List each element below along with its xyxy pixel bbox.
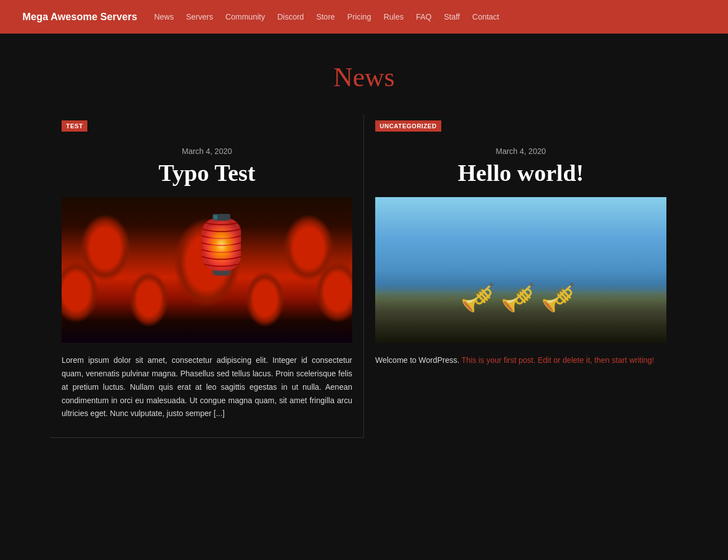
post-image-2[interactable] xyxy=(375,197,666,343)
post-card-1: TEST March 4, 2020 Typo Test Lorem ipsum… xyxy=(50,115,364,438)
post-card-2: UNCATEGORIZED March 4, 2020 Hello world!… xyxy=(364,115,678,438)
nav-item-discord[interactable]: Discord xyxy=(277,12,304,21)
nav-item-pricing[interactable]: Pricing xyxy=(347,12,371,21)
nav-item-staff[interactable]: Staff xyxy=(444,12,460,21)
posts-grid: TEST March 4, 2020 Typo Test Lorem ipsum… xyxy=(28,115,700,438)
nav-item-rules[interactable]: Rules xyxy=(384,12,404,21)
post-image-1[interactable] xyxy=(62,197,352,343)
post-excerpt-2: Welcome to WordPress. This is your first… xyxy=(375,354,666,367)
nav-item-contact[interactable]: Contact xyxy=(472,12,499,21)
post-date-1: March 4, 2020 xyxy=(62,147,352,156)
post-meta-2: March 4, 2020 xyxy=(375,147,666,156)
nav-item-servers[interactable]: Servers xyxy=(186,12,213,21)
navbar: Mega Awesome Servers News Servers Commun… xyxy=(0,0,728,34)
post-excerpt-1: Lorem ipsum dolor sit amet, consectetur … xyxy=(62,354,352,421)
nav-links: News Servers Community Discord Store Pri… xyxy=(154,12,499,22)
page-title: News xyxy=(0,62,728,92)
post-category-1[interactable]: TEST xyxy=(62,120,87,132)
nav-item-faq[interactable]: FAQ xyxy=(416,12,432,21)
post-header-2: UNCATEGORIZED xyxy=(375,120,666,138)
post-excerpt-link[interactable]: This is your first post. Edit or delete … xyxy=(461,356,654,365)
site-brand[interactable]: Mega Awesome Servers xyxy=(22,11,137,23)
post-title-2[interactable]: Hello world! xyxy=(375,160,666,186)
nav-item-store[interactable]: Store xyxy=(316,12,335,21)
nav-item-community[interactable]: Community xyxy=(225,12,265,21)
post-category-2[interactable]: UNCATEGORIZED xyxy=(375,120,441,132)
post-header-1: TEST xyxy=(62,120,352,138)
post-meta-1: March 4, 2020 xyxy=(62,147,352,156)
post-title-1[interactable]: Typo Test xyxy=(62,160,352,186)
nav-item-news[interactable]: News xyxy=(154,12,174,21)
post-date-2: March 4, 2020 xyxy=(375,147,666,156)
